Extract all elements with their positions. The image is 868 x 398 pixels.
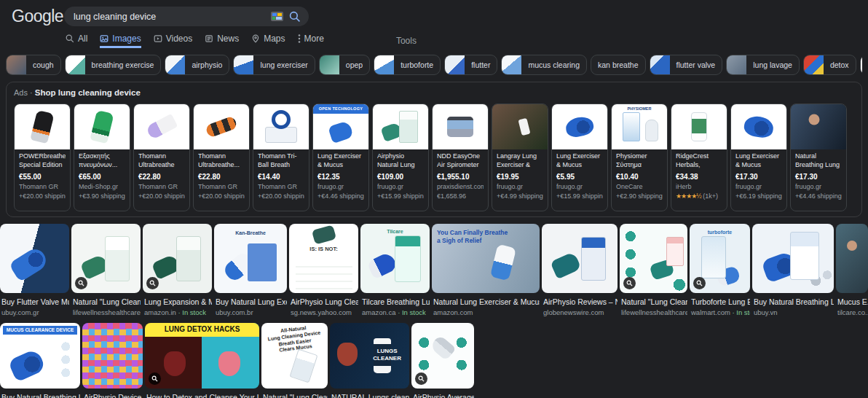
result-title[interactable]: Buy Natural Breathing Lung Ex...	[0, 393, 80, 398]
product-seller[interactable]: fruugo.gr	[735, 183, 782, 192]
product-seller[interactable]: fruugo.gr	[795, 183, 842, 192]
product-title[interactable]: Thomann Ultrabreathe...	[198, 152, 245, 170]
image-result[interactable]: All-Natural Lung Cleaning Device Breath …	[261, 323, 328, 398]
tab-videos[interactable]: Videos	[154, 34, 192, 48]
result-thumbnail[interactable]	[836, 224, 868, 293]
result-title[interactable]: Mucus E...	[836, 297, 868, 306]
filter-chip[interactable]: flutter valve	[650, 55, 723, 75]
filter-chip[interactable]: breathing exercise	[65, 55, 162, 75]
result-thumbnail[interactable]: LUNG DETOX HACKS	[145, 323, 259, 389]
product-title[interactable]: RidgeCrest Herbals, ClearLungs, Extra...	[676, 152, 722, 170]
product-title[interactable]: Airphysio Natural Lung Expansion...	[377, 152, 424, 170]
result-title[interactable]: Turboforte Lung Expansion M...	[690, 297, 750, 306]
tools-button[interactable]: Tools	[396, 36, 417, 46]
result-thumbnail[interactable]	[542, 224, 618, 293]
result-source[interactable]: lifewellnesshealthcareeurope.c...	[620, 308, 687, 316]
google-logo[interactable]: Google	[12, 7, 58, 26]
search-input[interactable]	[72, 11, 265, 23]
product-ad-card[interactable]: RidgeCrest Herbals, ClearLungs, Extra...…	[671, 104, 727, 211]
filter-chip[interactable]: mucus clearing	[501, 55, 587, 75]
product-image[interactable]	[15, 104, 70, 149]
result-source[interactable]: walmart.com · In stock	[690, 308, 750, 316]
product-title[interactable]: NDD EasyOne Air Spirometer	[437, 152, 484, 170]
product-title[interactable]: Thomann Tri-Ball Breath Coach	[258, 152, 304, 170]
result-source[interactable]: ubuy.com.gr	[0, 308, 69, 316]
result-source[interactable]: amazon.com	[432, 308, 540, 316]
lens-icon[interactable]	[693, 277, 706, 289]
product-title[interactable]: Εξασκητής πνευμόνων...	[79, 152, 125, 170]
image-result[interactable]: Mucus E... tilcare.co...	[836, 224, 868, 316]
product-image[interactable]: PHYSIOMER	[612, 104, 667, 149]
tab-news[interactable]: News	[205, 34, 239, 48]
result-title[interactable]: Natural Lung Exerciser & Mucus Removal .…	[432, 297, 540, 306]
filter-chip[interactable]: flutter	[444, 55, 497, 75]
product-ad-card[interactable]: Lung Exerciser & Mucus Remover -... €17.…	[730, 104, 787, 211]
result-title[interactable]: AirPhysio Lung Cleaning De...	[289, 297, 358, 306]
result-title[interactable]: Tilcare Breathing Lung Expande...	[360, 297, 430, 306]
product-ad-card[interactable]: PHYSIOMER Physiomer Σύστημα Ρινικών Πλύσ…	[611, 104, 668, 211]
product-ad-card[interactable]: POWERbreathe Special Edition Pl... €55.0…	[14, 104, 71, 211]
tab-images[interactable]: Images	[100, 34, 141, 48]
product-ad-card[interactable]: OPEN TECHNOLOGY Lung Exerciser & Mucus R…	[312, 104, 369, 211]
product-image[interactable]	[373, 104, 428, 149]
result-source[interactable]: ubuy.vn	[752, 308, 834, 316]
tab-all[interactable]: All	[66, 34, 87, 48]
product-image[interactable]	[194, 104, 249, 149]
filter-chip[interactable]: lung lavage	[726, 55, 800, 75]
tab-more[interactable]: More	[298, 34, 324, 48]
lens-icon[interactable]	[146, 277, 159, 289]
filter-chip[interactable]: detox	[803, 55, 856, 75]
result-source[interactable]: ubuy.com.br	[214, 308, 287, 316]
result-title[interactable]: Buy Flutter Valve Mucus Remova...	[0, 297, 69, 306]
result-thumbnail[interactable]: Tilcare	[360, 224, 430, 293]
product-title[interactable]: Lung Exerciser & Mucus Remover -...	[317, 152, 364, 170]
image-result[interactable]: You Can Finally Breathe a Sigh of Relief…	[432, 224, 540, 316]
product-image[interactable]	[552, 104, 607, 149]
image-result[interactable]: LUNG DETOX HACKS How to Detox and Cleans…	[145, 323, 259, 398]
image-result[interactable]: Natural "Lung Cleaning" Devi... lifewell…	[620, 224, 687, 316]
filter-chip[interactable]: kan breathe	[591, 55, 645, 75]
result-thumbnail[interactable]: You Can Finally Breathe a Sigh of Relief	[432, 224, 540, 293]
result-thumbnail[interactable]: turboforte	[690, 224, 750, 293]
result-thumbnail[interactable]: All-Natural Lung Cleaning Device Breath …	[261, 323, 328, 389]
result-thumbnail[interactable]	[620, 224, 687, 293]
image-result[interactable]: Buy Flutter Valve Mucus Remova... ubuy.c…	[0, 224, 69, 316]
product-seller[interactable]: iHerb	[676, 183, 722, 192]
image-result[interactable]: Buy Natural Breathing Lung E... ubuy.vn	[752, 224, 834, 316]
product-ad-card[interactable]: Thomann Ultrabreathe... €22.80 Thomann G…	[193, 104, 250, 211]
product-ad-card[interactable]: Airphysio Natural Lung Expansion... €109…	[372, 104, 429, 211]
product-seller[interactable]: Thomann GR	[198, 183, 245, 192]
filter-chip[interactable]: turboforte	[374, 55, 441, 75]
result-title[interactable]: Natural "Lung Cleaning" D...	[261, 393, 328, 398]
filter-chip[interactable]: cough	[6, 55, 61, 75]
image-result[interactable]: AirPhysio Device for Low L... airphysio.…	[82, 323, 143, 398]
product-ad-card[interactable]: Langray Lung Exerciser & Mucus... €19.95…	[492, 104, 548, 211]
result-source[interactable]: amazon.ca · In stock	[360, 308, 430, 316]
result-thumbnail[interactable]	[0, 224, 69, 293]
result-title[interactable]: Natural "Lung Cleaning...	[71, 297, 141, 306]
lens-icon[interactable]	[415, 372, 427, 385]
image-result[interactable]: LUNGS CLEANER NATURAL Lungs cleaner Supp…	[330, 323, 409, 398]
search-icon[interactable]	[289, 11, 301, 23]
product-title[interactable]: Natural Breathing Lung Recovery...	[795, 152, 842, 170]
tab-maps[interactable]: Maps	[251, 34, 285, 48]
result-title[interactable]: How to Detox and Cleanse Your Lungs ...	[145, 393, 259, 398]
product-seller[interactable]: OneCare	[616, 183, 663, 192]
result-thumbnail[interactable]	[82, 323, 143, 389]
lens-icon[interactable]	[75, 277, 87, 289]
result-source[interactable]: tilcare.co...	[836, 308, 868, 316]
search-bar[interactable]	[64, 7, 309, 26]
result-title[interactable]: AirPhysio Device for Low L...	[82, 393, 143, 398]
result-source[interactable]: lifewellnesshealthcareeur...	[71, 308, 141, 316]
product-image[interactable]	[433, 104, 488, 149]
filter-chip[interactable]: lung exerciser	[233, 55, 315, 75]
image-result[interactable]: MUCUS CLEARANCE DEVICE Buy Natural Breat…	[0, 323, 80, 398]
result-thumbnail[interactable]: Kan-Breathe	[214, 224, 287, 293]
product-image[interactable]: OPEN TECHNOLOGY	[313, 104, 368, 149]
product-title[interactable]: Langray Lung Exerciser & Mucus...	[497, 152, 543, 170]
product-seller[interactable]: fruugo.gr	[317, 183, 364, 192]
result-title[interactable]: AirPhysio Average Lung...	[411, 393, 474, 398]
product-seller[interactable]: Medi-Shop.gr	[79, 183, 125, 192]
product-seller[interactable]: Thomann GR	[138, 183, 185, 192]
product-seller[interactable]: Thomann GR	[19, 183, 66, 192]
